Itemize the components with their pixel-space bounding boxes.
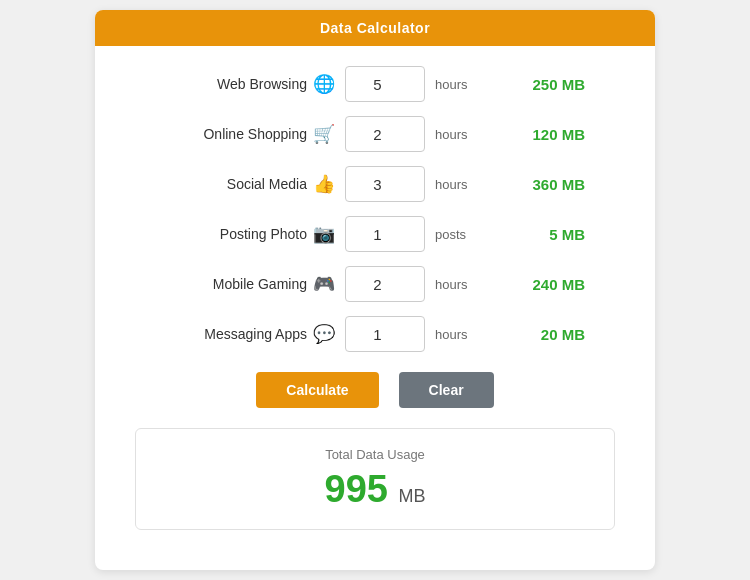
icon-mobile-gaming: 🎮	[313, 273, 335, 295]
total-unit: MB	[398, 486, 425, 506]
label-mobile-gaming: Mobile Gaming 🎮	[125, 273, 335, 295]
label-online-shopping: Online Shopping 🛒	[125, 123, 335, 145]
unit-posting-photo: posts	[435, 227, 475, 242]
unit-social-media: hours	[435, 177, 475, 192]
input-web-browsing[interactable]	[345, 66, 425, 102]
row-online-shopping: Online Shopping 🛒 hours 120 MB	[125, 116, 625, 152]
result-social-media: 360 MB	[495, 176, 585, 193]
row-posting-photo: Posting Photo 📷 posts 5 MB	[125, 216, 625, 252]
row-social-media: Social Media 👍 hours 360 MB	[125, 166, 625, 202]
total-display: 995 MB	[156, 468, 594, 511]
total-section: Total Data Usage 995 MB	[135, 428, 615, 530]
icon-online-shopping: 🛒	[313, 123, 335, 145]
result-web-browsing: 250 MB	[495, 76, 585, 93]
input-social-media[interactable]	[345, 166, 425, 202]
unit-messaging-apps: hours	[435, 327, 475, 342]
row-web-browsing: Web Browsing 🌐 hours 250 MB	[125, 66, 625, 102]
icon-web-browsing: 🌐	[313, 73, 335, 95]
label-social-media: Social Media 👍	[125, 173, 335, 195]
label-messaging-apps: Messaging Apps 💬	[125, 323, 335, 345]
input-online-shopping[interactable]	[345, 116, 425, 152]
unit-web-browsing: hours	[435, 77, 475, 92]
clear-button[interactable]: Clear	[399, 372, 494, 408]
label-web-browsing: Web Browsing 🌐	[125, 73, 335, 95]
result-posting-photo: 5 MB	[495, 226, 585, 243]
result-mobile-gaming: 240 MB	[495, 276, 585, 293]
row-mobile-gaming: Mobile Gaming 🎮 hours 240 MB	[125, 266, 625, 302]
input-messaging-apps[interactable]	[345, 316, 425, 352]
unit-online-shopping: hours	[435, 127, 475, 142]
calculator-container: Data Calculator Web Browsing 🌐 hours 250…	[95, 10, 655, 570]
calculator-header: Data Calculator	[95, 10, 655, 46]
buttons-row: Calculate Clear	[125, 372, 625, 408]
unit-mobile-gaming: hours	[435, 277, 475, 292]
result-messaging-apps: 20 MB	[495, 326, 585, 343]
label-posting-photo: Posting Photo 📷	[125, 223, 335, 245]
total-label: Total Data Usage	[156, 447, 594, 462]
icon-messaging-apps: 💬	[313, 323, 335, 345]
row-messaging-apps: Messaging Apps 💬 hours 20 MB	[125, 316, 625, 352]
calculator-body: Web Browsing 🌐 hours 250 MB Online Shopp…	[95, 46, 655, 570]
input-posting-photo[interactable]	[345, 216, 425, 252]
rows-container: Web Browsing 🌐 hours 250 MB Online Shopp…	[125, 66, 625, 352]
header-title: Data Calculator	[320, 20, 430, 36]
result-online-shopping: 120 MB	[495, 126, 585, 143]
icon-posting-photo: 📷	[313, 223, 335, 245]
input-mobile-gaming[interactable]	[345, 266, 425, 302]
total-value: 995	[325, 468, 388, 510]
icon-social-media: 👍	[313, 173, 335, 195]
calculate-button[interactable]: Calculate	[256, 372, 378, 408]
